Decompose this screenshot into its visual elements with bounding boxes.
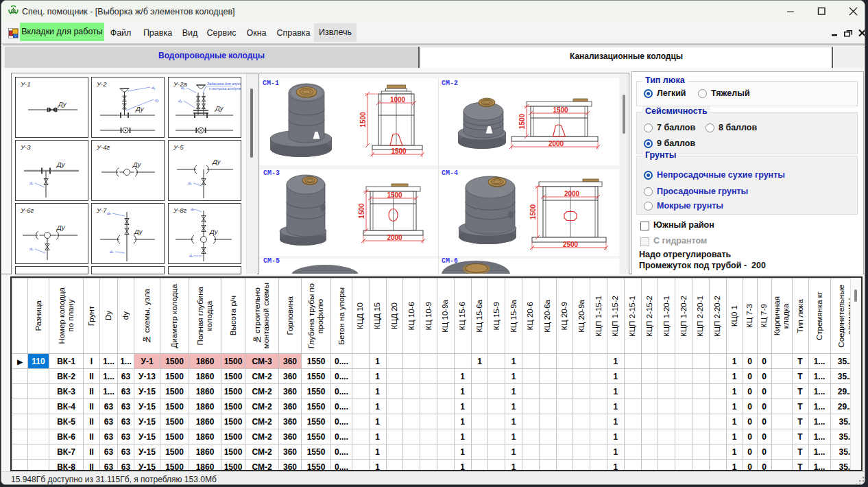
- svg-text:1500: 1500: [391, 147, 407, 155]
- svg-text:У-3: У-3: [20, 143, 31, 151]
- svg-text:У-7: У-7: [96, 206, 107, 214]
- svg-text:dᵤ: dᵤ: [188, 181, 191, 185]
- svg-text:dᵤ: dᵤ: [29, 181, 33, 185]
- svg-text:dₐ: dₐ: [191, 207, 195, 211]
- svg-text:dₐ: dₐ: [107, 211, 111, 215]
- svg-text:2000: 2000: [548, 140, 564, 147]
- svg-text:2500: 2500: [563, 241, 579, 248]
- svg-text:d₁: d₁: [181, 86, 184, 90]
- svg-text:У-1: У-1: [20, 80, 31, 88]
- svg-text:Ду: Ду: [56, 224, 66, 231]
- svg-text:У-8г: У-8г: [173, 206, 187, 214]
- svg-text:У-4г: У-4г: [96, 143, 110, 151]
- svg-text:dᵤ: dᵤ: [110, 250, 113, 254]
- svg-text:1000: 1000: [390, 96, 406, 104]
- svg-text:Ду: Ду: [209, 228, 219, 235]
- svg-text:1500: 1500: [518, 113, 526, 129]
- svg-text:У-6г: У-6г: [20, 206, 34, 214]
- svg-text:Ду: Ду: [56, 161, 66, 168]
- svg-text:Ду: Ду: [132, 161, 142, 168]
- svg-text:У-5: У-5: [173, 143, 184, 151]
- svg-text:и выпуска воздуха: и выпуска воздуха: [209, 86, 241, 91]
- svg-text:Задвижка для впуска: Задвижка для впуска: [207, 82, 241, 86]
- svg-text:1500: 1500: [529, 204, 537, 219]
- svg-text:dᵤ: dᵤ: [189, 254, 193, 258]
- svg-text:Ду: Ду: [134, 228, 143, 235]
- svg-text:У-2: У-2: [96, 80, 107, 88]
- svg-text:У-2а: У-2а: [173, 80, 187, 88]
- svg-text:1500: 1500: [387, 191, 402, 199]
- svg-text:dᵤ: dᵤ: [29, 247, 33, 251]
- svg-text:d₂: d₂: [178, 99, 182, 103]
- svg-text:d₁: d₁: [152, 86, 155, 90]
- svg-text:1500: 1500: [553, 106, 568, 114]
- svg-text:2000: 2000: [564, 190, 580, 198]
- svg-text:1500: 1500: [358, 203, 365, 219]
- svg-text:Ду: Ду: [212, 158, 221, 165]
- svg-text:2000: 2000: [387, 234, 402, 241]
- svg-text:Ду: Ду: [58, 100, 67, 108]
- svg-text:1500: 1500: [359, 112, 367, 128]
- svg-text:Ду: Ду: [215, 104, 224, 112]
- svg-text:d₂: d₂: [155, 98, 159, 102]
